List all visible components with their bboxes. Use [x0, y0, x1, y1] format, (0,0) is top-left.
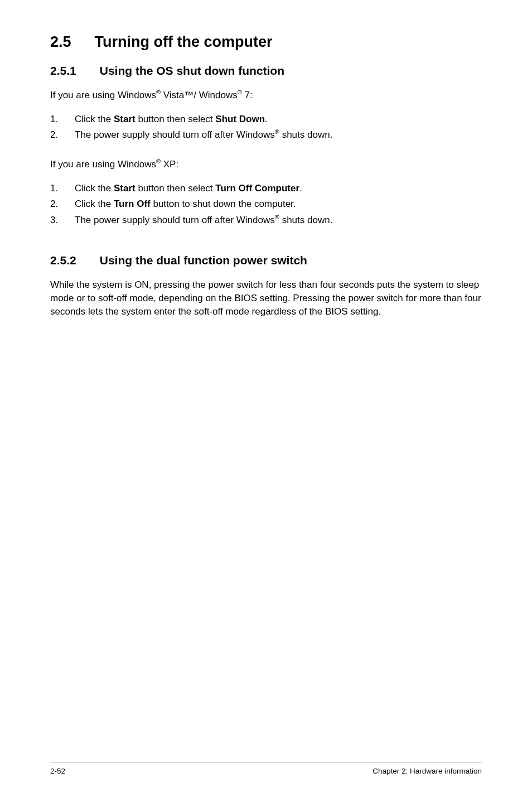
list-item: 1. Click the Start button then select Tu…: [50, 181, 482, 196]
registered-symbol: ®: [238, 89, 242, 95]
bold-text: Start: [114, 114, 136, 124]
subsection-heading-2: 2.5.2Using the dual function power switc…: [50, 254, 482, 267]
registered-symbol: ®: [156, 158, 161, 165]
list-number: 2.: [50, 197, 75, 211]
bold-text: Turn Off: [114, 199, 151, 209]
subsection-2-title: Using the dual function power switch: [100, 254, 307, 267]
list-item: 1. Click the Start button then select Sh…: [50, 112, 482, 127]
list-item: 2. The power supply should turn off afte…: [50, 128, 482, 142]
subsection-2-number: 2.5.2: [50, 254, 76, 267]
list-number: 1.: [50, 112, 75, 127]
subsection-1-number: 2.5.1: [50, 64, 76, 78]
intro-text-xp: If you are using Windows® XP:: [50, 158, 482, 171]
list-item: 2. Click the Turn Off button to shut dow…: [50, 197, 482, 211]
registered-symbol: ®: [275, 214, 279, 220]
text-fragment: shuts down.: [279, 129, 332, 140]
list-item: 3. The power supply should turn off afte…: [50, 213, 482, 228]
page-footer: 2-52 Chapter 2: Hardware information: [50, 762, 482, 775]
text-fragment: button then select: [136, 114, 216, 124]
list-content: The power supply should turn off after W…: [75, 128, 482, 142]
text-fragment: button to shut down the computer.: [151, 199, 296, 209]
list-content: The power supply should turn off after W…: [75, 213, 482, 228]
bold-text: Turn Off Computer: [215, 183, 299, 194]
intro1-suffix: 7:: [242, 90, 253, 100]
text-fragment: Click the: [75, 199, 114, 209]
list-number: 3.: [50, 213, 75, 228]
text-fragment: .: [299, 183, 302, 194]
bold-text: Start: [114, 183, 136, 194]
text-fragment: Click the: [75, 183, 114, 194]
subsection-heading-1: 2.5.1Using the OS shut down function: [50, 64, 482, 78]
list-number: 1.: [50, 181, 75, 196]
section-heading: 2.5Turning off the computer: [50, 33, 482, 51]
list-number: 2.: [50, 128, 75, 142]
text-fragment: shuts down.: [279, 215, 332, 225]
bold-text: Shut Down: [215, 114, 265, 124]
subsection-1-title: Using the OS shut down function: [100, 64, 284, 77]
text-fragment: .: [265, 114, 268, 124]
section-number: 2.5: [50, 33, 71, 51]
intro-text-vista: If you are using Windows® Vista™/ Window…: [50, 89, 482, 102]
list-content: Click the Start button then select Shut …: [75, 112, 482, 127]
registered-symbol: ®: [156, 89, 161, 95]
intro2-prefix: If you are using Windows: [50, 159, 156, 170]
list-vista: 1. Click the Start button then select Sh…: [50, 112, 482, 142]
intro1-mid: Vista™/ Windows: [161, 90, 238, 100]
page-number: 2-52: [50, 767, 65, 775]
section-title: Turning off the computer: [95, 33, 273, 50]
subsection-2-body: While the system is ON, pressing the pow…: [50, 278, 482, 318]
chapter-label: Chapter 2: Hardware information: [373, 767, 482, 775]
list-content: Click the Turn Off button to shut down t…: [75, 197, 482, 211]
registered-symbol: ®: [275, 129, 279, 136]
text-fragment: The power supply should turn off after W…: [75, 129, 275, 140]
list-content: Click the Start button then select Turn …: [75, 181, 482, 196]
text-fragment: The power supply should turn off after W…: [75, 215, 275, 225]
intro2-suffix: XP:: [161, 159, 178, 170]
text-fragment: button then select: [136, 183, 216, 194]
intro1-prefix: If you are using Windows: [50, 90, 156, 100]
list-xp: 1. Click the Start button then select Tu…: [50, 181, 482, 228]
text-fragment: Click the: [75, 114, 114, 124]
